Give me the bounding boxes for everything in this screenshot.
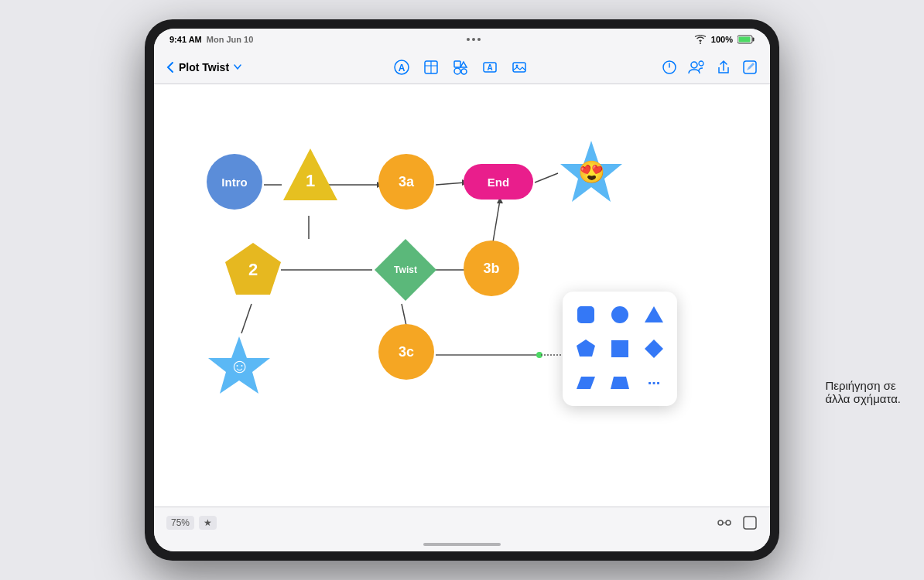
status-center-dots (467, 38, 481, 41)
canvas-area[interactable]: Intro 1 3a End (154, 84, 770, 507)
svg-point-36 (536, 352, 542, 358)
picker-square[interactable] (606, 335, 634, 363)
shape-end[interactable]: End (464, 164, 533, 200)
annotation-right: Περιήγηση σε άλλα σχήματα. (825, 379, 901, 405)
svg-point-53 (726, 520, 731, 525)
svg-rect-48 (611, 340, 628, 357)
picker-parallelogram[interactable] (572, 369, 600, 397)
shape-star-emoji[interactable]: 😍 (556, 137, 626, 206)
shape-picker-popup[interactable]: ··· (563, 292, 677, 406)
shape-star-smiley[interactable]: ☺ (207, 333, 272, 399)
svg-text:A: A (487, 63, 492, 72)
back-chevron-icon (166, 61, 174, 73)
picker-circle[interactable] (606, 301, 634, 329)
svg-marker-51 (611, 377, 629, 389)
zoom-indicator: 75% ★ (166, 516, 217, 530)
toolbar-left: Plot Twist (166, 61, 259, 73)
svg-point-2 (700, 43, 701, 44)
arrange-icon[interactable] (716, 514, 733, 531)
shape-3c[interactable]: 3c (378, 324, 434, 380)
picker-pentagon[interactable] (572, 335, 600, 363)
picker-triangle[interactable] (640, 301, 668, 329)
picker-diamond[interactable] (640, 335, 668, 363)
collaborate-icon[interactable] (688, 60, 705, 75)
svg-point-52 (718, 520, 723, 525)
timer-icon[interactable] (662, 60, 677, 75)
svg-line-38 (241, 304, 252, 333)
fullscreen-icon[interactable] (742, 515, 758, 531)
image-icon[interactable] (512, 60, 527, 75)
format-text-icon[interactable]: A (394, 60, 409, 75)
shape-3a[interactable]: 3a (378, 154, 434, 210)
svg-rect-17 (513, 63, 525, 72)
date-display: Mon Jun 10 (207, 35, 254, 44)
svg-point-18 (516, 64, 518, 67)
svg-rect-5 (739, 37, 751, 43)
bottom-bar: 75% ★ (154, 507, 770, 537)
svg-text:A: A (399, 63, 406, 73)
title-chevron-icon (234, 64, 241, 70)
ipad-screen: 9:41 AM Mon Jun 10 100% (154, 29, 770, 551)
picker-trapezoid[interactable] (606, 369, 634, 397)
edit-icon[interactable] (742, 60, 758, 75)
shape-diamond[interactable]: Twist (371, 235, 440, 305)
toolbar-right (662, 60, 758, 75)
zoom-level[interactable]: 75% (166, 516, 194, 530)
picker-more[interactable]: ··· (640, 369, 668, 397)
svg-rect-4 (753, 38, 755, 42)
wifi-icon (694, 35, 707, 44)
time-display: 9:41 AM (169, 35, 202, 44)
text-box-icon[interactable]: A (482, 60, 498, 75)
svg-line-32 (493, 200, 500, 242)
shape-triangle-1[interactable]: 1 (279, 145, 341, 206)
table-icon[interactable] (423, 60, 439, 75)
svg-point-20 (691, 62, 697, 68)
star-badge-icon[interactable]: ★ (199, 516, 217, 530)
picker-rounded-square[interactable] (572, 301, 600, 329)
home-bar (154, 537, 770, 551)
svg-rect-44 (577, 306, 594, 323)
ipad-frame: 9:41 AM Mon Jun 10 100% (145, 19, 779, 561)
svg-marker-12 (460, 62, 467, 67)
home-indicator (423, 543, 501, 546)
svg-marker-47 (577, 339, 595, 357)
toolbar: Plot Twist A (154, 50, 770, 84)
bottom-right-controls (716, 514, 758, 531)
svg-rect-55 (744, 517, 756, 529)
svg-point-21 (699, 61, 703, 66)
svg-marker-46 (645, 306, 663, 322)
shapes-icon[interactable] (453, 60, 468, 75)
back-button[interactable] (166, 61, 174, 73)
toolbar-center: A (265, 60, 655, 75)
svg-rect-11 (454, 61, 460, 67)
shape-intro[interactable]: Intro (207, 154, 262, 210)
svg-rect-14 (461, 69, 467, 74)
shape-3b[interactable]: 3b (464, 241, 519, 296)
share-icon[interactable] (716, 60, 731, 75)
document-title[interactable]: Plot Twist (179, 61, 229, 73)
svg-line-28 (535, 173, 558, 183)
svg-marker-50 (577, 377, 595, 389)
svg-point-45 (611, 306, 628, 323)
battery-icon (737, 35, 755, 44)
shape-pentagon-2[interactable]: 2 (222, 239, 284, 301)
status-left: 9:41 AM Mon Jun 10 (169, 35, 253, 44)
battery-display: 100% (711, 35, 733, 44)
svg-point-13 (454, 68, 460, 74)
svg-marker-49 (645, 339, 663, 358)
status-bar: 9:41 AM Mon Jun 10 100% (154, 29, 770, 50)
svg-line-26 (436, 183, 465, 185)
status-right: 100% (694, 35, 755, 44)
svg-line-34 (402, 304, 406, 326)
screen-background: Επιλέξτε ένα σχήμα. Περιήγηση σε άλλα σχ… (0, 0, 924, 580)
